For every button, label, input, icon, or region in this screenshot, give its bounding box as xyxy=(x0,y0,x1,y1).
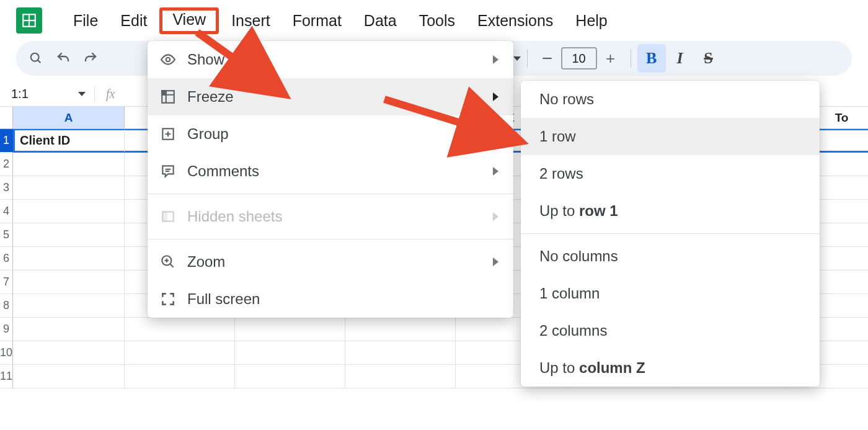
italic-button[interactable]: I xyxy=(666,44,694,73)
menu-label: Show xyxy=(187,51,493,68)
submenu-arrow-icon xyxy=(493,130,498,138)
freeze-1-column[interactable]: 1 column xyxy=(521,275,820,312)
search-icon[interactable] xyxy=(22,45,50,72)
cell[interactable] xyxy=(13,200,125,223)
row-header[interactable]: 1 xyxy=(0,129,13,153)
svg-rect-16 xyxy=(162,212,167,221)
menu-separator xyxy=(148,239,513,240)
menu-label: Hidden sheets xyxy=(187,208,493,225)
font-size-increase[interactable]: + xyxy=(597,45,624,72)
cell[interactable] xyxy=(125,365,235,388)
row-header[interactable]: 4 xyxy=(0,200,13,223)
select-all-corner[interactable] xyxy=(0,107,13,129)
menu-label: Freeze xyxy=(187,88,493,105)
view-show[interactable]: Show xyxy=(148,41,513,78)
menubar: File Edit View Insert Format Data Tools … xyxy=(0,0,868,41)
menu-label: Comments xyxy=(187,163,493,180)
submenu-arrow-icon xyxy=(493,92,498,101)
menu-extensions[interactable]: Extensions xyxy=(467,8,563,34)
menu-help[interactable]: Help xyxy=(565,8,617,34)
zoom-icon xyxy=(160,254,187,270)
freeze-2-rows[interactable]: 2 rows xyxy=(521,155,820,192)
cell[interactable] xyxy=(13,341,125,365)
svg-line-18 xyxy=(170,264,173,267)
menu-data[interactable]: Data xyxy=(354,8,407,34)
svg-line-4 xyxy=(38,60,41,63)
cell[interactable] xyxy=(125,318,235,341)
menu-separator xyxy=(148,194,513,194)
cell[interactable] xyxy=(13,223,125,247)
cell[interactable] xyxy=(235,341,345,365)
freeze-up-to-column[interactable]: Up to column Z xyxy=(521,349,820,387)
undo-icon[interactable] xyxy=(50,45,77,72)
redo-icon[interactable] xyxy=(77,45,104,72)
menu-label: Full screen xyxy=(187,290,498,308)
row-header[interactable]: 3 xyxy=(0,176,13,200)
view-hidden-sheets: Hidden sheets xyxy=(148,198,513,235)
group-icon xyxy=(160,126,187,142)
submenu-arrow-icon xyxy=(493,55,498,64)
separator xyxy=(631,49,631,68)
freeze-icon xyxy=(160,89,187,105)
row-header[interactable]: 6 xyxy=(0,247,13,271)
cell[interactable] xyxy=(13,365,125,388)
row-header[interactable]: 5 xyxy=(0,223,13,247)
submenu-arrow-icon xyxy=(493,167,498,176)
name-box[interactable]: 1:1 xyxy=(6,87,94,101)
view-menu: Show Freeze Group Comments Hidden sheets xyxy=(148,41,513,318)
cell[interactable] xyxy=(13,271,125,294)
comments-icon xyxy=(160,163,187,179)
column-header[interactable]: A xyxy=(13,107,125,129)
row-header[interactable]: 8 xyxy=(0,294,13,318)
freeze-2-columns[interactable]: 2 columns xyxy=(521,312,820,349)
chevron-down-icon xyxy=(513,56,521,61)
submenu-arrow-icon xyxy=(493,212,498,221)
cell[interactable] xyxy=(13,176,125,200)
freeze-1-row[interactable]: 1 row xyxy=(521,118,820,155)
row-header[interactable]: 10 xyxy=(0,341,13,365)
menu-file[interactable]: File xyxy=(63,8,108,34)
row-header[interactable]: 2 xyxy=(0,153,13,176)
freeze-no-rows[interactable]: No rows xyxy=(521,81,820,118)
menu-view[interactable]: View xyxy=(159,7,219,34)
svg-rect-9 xyxy=(162,91,166,95)
view-group[interactable]: Group xyxy=(148,115,513,153)
cell[interactable]: Client ID xyxy=(13,129,125,153)
font-size-decrease[interactable]: − xyxy=(534,45,561,72)
cell[interactable] xyxy=(235,365,345,388)
name-box-value: 1:1 xyxy=(11,87,29,101)
view-freeze[interactable]: Freeze xyxy=(148,78,513,115)
cell[interactable] xyxy=(345,318,456,341)
cell[interactable] xyxy=(13,247,125,271)
chevron-down-icon xyxy=(78,92,86,96)
strikethrough-button[interactable]: S xyxy=(694,44,723,73)
cell[interactable] xyxy=(13,153,125,176)
view-zoom[interactable]: Zoom xyxy=(148,243,513,280)
bold-button[interactable]: B xyxy=(637,44,666,73)
menu-insert[interactable]: Insert xyxy=(221,8,280,34)
menu-format[interactable]: Format xyxy=(283,8,352,34)
fx-icon: fx xyxy=(106,87,115,101)
font-size-input[interactable]: 10 xyxy=(561,47,597,69)
sheets-logo-icon xyxy=(16,7,42,34)
menu-tools[interactable]: Tools xyxy=(409,8,465,34)
view-comments[interactable]: Comments xyxy=(148,153,513,190)
cell[interactable] xyxy=(125,341,235,365)
menu-edit[interactable]: Edit xyxy=(110,8,157,34)
freeze-no-columns[interactable]: No columns xyxy=(521,238,820,275)
view-fullscreen[interactable]: Full screen xyxy=(148,280,513,318)
row-header[interactable]: 7 xyxy=(0,271,13,294)
menu-label: Zoom xyxy=(187,253,493,271)
freeze-up-to-row[interactable]: Up to row 1 xyxy=(521,192,820,230)
menu-separator xyxy=(521,233,820,234)
cell[interactable] xyxy=(345,365,456,388)
row-header[interactable]: 11 xyxy=(0,365,13,388)
eye-icon xyxy=(160,52,187,68)
row-header[interactable]: 9 xyxy=(0,318,13,341)
cell[interactable] xyxy=(235,318,345,341)
freeze-submenu: No rows 1 row 2 rows Up to row 1 No colu… xyxy=(521,81,820,387)
cell[interactable] xyxy=(13,318,125,341)
cell[interactable] xyxy=(13,294,125,318)
separator xyxy=(527,49,528,68)
cell[interactable] xyxy=(345,341,456,365)
